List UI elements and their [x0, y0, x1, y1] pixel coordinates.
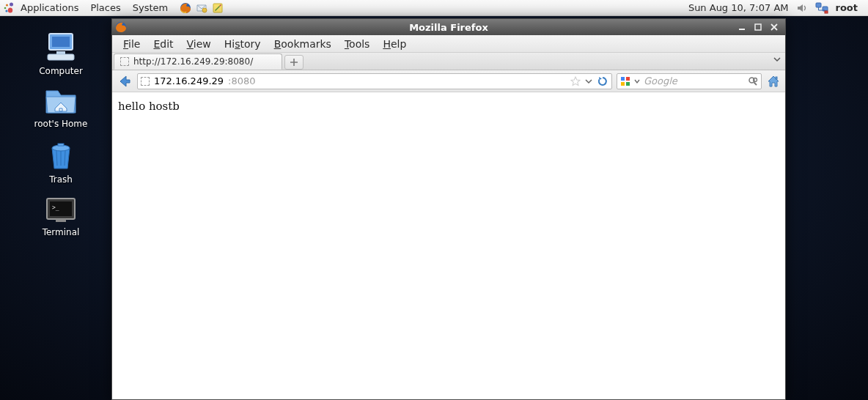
back-button[interactable] [117, 73, 133, 89]
reload-button[interactable] [597, 75, 608, 87]
gnome-foot-icon [3, 2, 15, 14]
url-bar[interactable]: 172.16.249.29:8080 [137, 73, 612, 89]
svg-rect-24 [621, 77, 625, 81]
window-close-button[interactable] [769, 22, 779, 32]
page-content: hello hostb [112, 92, 785, 399]
desktop-icon-terminal[interactable]: >_ Terminal [21, 196, 101, 237]
svg-point-3 [5, 10, 7, 12]
system-menu[interactable]: System [127, 1, 174, 15]
firefox-launcher-icon[interactable] [180, 2, 191, 14]
back-arrow-icon [117, 74, 132, 89]
desktop-icon-label: root's Home [21, 119, 101, 129]
desktop-icon-label: Terminal [21, 227, 101, 237]
volume-icon[interactable] [796, 2, 808, 14]
svg-rect-14 [48, 54, 74, 60]
svg-point-0 [10, 2, 13, 6]
svg-text:>_: >_ [52, 204, 59, 211]
notes-launcher-icon[interactable] [212, 2, 224, 14]
svg-point-1 [6, 4, 8, 6]
search-go-icon[interactable] [748, 76, 758, 86]
search-placeholder: Google [644, 75, 677, 86]
window-maximize-button[interactable] [753, 22, 763, 32]
navigation-toolbar: 172.16.249.29:8080 Google [112, 70, 785, 92]
tab-label: http://172.16.249.29:8080/ [133, 56, 253, 67]
url-host: 172.16.249.29 [154, 75, 224, 86]
plus-icon [290, 58, 298, 67]
menu-tools[interactable]: Tools [338, 37, 377, 51]
svg-point-2 [4, 7, 7, 9]
svg-rect-12 [52, 37, 70, 47]
site-identity-icon[interactable] [141, 77, 150, 86]
desktop-icon-label: Computer [21, 66, 101, 76]
url-port: :8080 [228, 75, 255, 86]
menu-bookmarks[interactable]: Bookmarks [268, 37, 338, 51]
svg-point-4 [8, 7, 12, 12]
svg-rect-8 [816, 3, 821, 7]
menu-history[interactable]: History [218, 37, 268, 51]
home-button[interactable] [766, 74, 781, 89]
history-dropdown-icon[interactable] [585, 78, 592, 85]
menu-help[interactable]: Help [376, 37, 413, 51]
bookmark-star-icon[interactable] [570, 76, 581, 86]
svg-rect-22 [739, 29, 745, 30]
home-icon [767, 75, 780, 88]
svg-rect-25 [626, 77, 630, 81]
menu-view[interactable]: View [180, 37, 218, 51]
chevron-down-icon [773, 56, 781, 63]
tabs-dropdown-button[interactable] [773, 56, 781, 63]
new-tab-button[interactable] [284, 55, 304, 70]
desktop-icon-trash[interactable]: Trash [21, 141, 101, 185]
svg-rect-26 [621, 82, 625, 86]
tabbar: http://172.16.249.29:8080/ [112, 53, 785, 70]
desktop-icon-home[interactable]: root's Home [21, 86, 101, 129]
page-body-text: hello hostb [118, 100, 180, 113]
page-favicon-placeholder-icon [120, 57, 129, 66]
applications-menu[interactable]: Applications [15, 1, 84, 15]
menubar: File Edit View History Bookmarks Tools H… [112, 35, 785, 53]
svg-rect-10 [825, 11, 828, 13]
svg-rect-20 [56, 219, 66, 222]
search-bar[interactable]: Google [617, 73, 762, 89]
svg-rect-27 [626, 82, 630, 86]
window-titlebar[interactable]: Mozilla Firefox [112, 19, 785, 35]
gnome-top-panel: Applications Places System Sun Aug 10, 7… [0, 0, 868, 16]
firefox-icon [115, 21, 127, 33]
svg-point-6 [202, 8, 207, 12]
firefox-window: Mozilla Firefox File Edit View History B… [111, 18, 786, 400]
menu-file[interactable]: File [117, 37, 147, 51]
svg-rect-30 [776, 77, 777, 79]
window-title: Mozilla Firefox [112, 22, 785, 33]
svg-rect-16 [58, 144, 64, 146]
user-menu[interactable]: root [836, 2, 858, 13]
svg-rect-13 [56, 51, 65, 54]
clock[interactable]: Sun Aug 10, 7:07 AM [688, 2, 789, 13]
svg-rect-23 [755, 24, 761, 30]
desktop-icon-label: Trash [21, 174, 101, 185]
network-icon[interactable] [815, 2, 828, 14]
menu-edit[interactable]: Edit [147, 37, 180, 51]
desktop-icon-computer[interactable]: Computer [21, 31, 101, 76]
window-minimize-button[interactable] [737, 22, 747, 32]
email-launcher-icon[interactable] [196, 2, 207, 14]
places-menu[interactable]: Places [84, 1, 126, 15]
search-engine-dropdown-icon[interactable] [634, 78, 640, 84]
search-engine-icon[interactable] [620, 76, 630, 86]
browser-tab[interactable]: http://172.16.249.29:8080/ [114, 53, 282, 70]
